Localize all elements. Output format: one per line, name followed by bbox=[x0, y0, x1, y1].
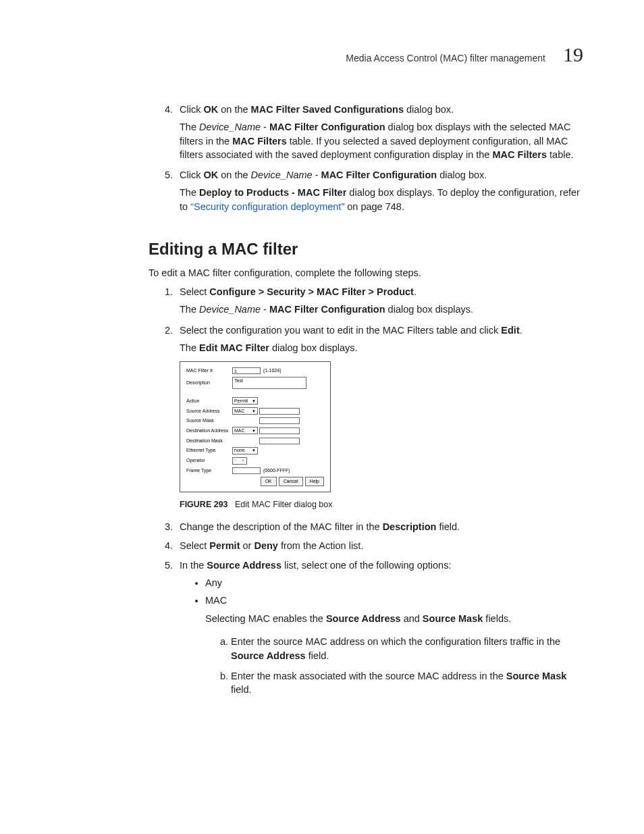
step-4-body: The Device_Name - MAC Filter Configurati… bbox=[180, 120, 583, 161]
substep-b: Enter the mask associated with the sourc… bbox=[231, 669, 583, 697]
step-5: Click OK on the Device_Name - MAC Filter… bbox=[176, 168, 583, 213]
ethernet-type-label: Ethernet Type bbox=[186, 446, 232, 456]
frame-type-hint: (0600-FFFF) bbox=[263, 468, 290, 473]
destination-mask-label: Destination Mask bbox=[186, 436, 232, 445]
destination-mask-input[interactable] bbox=[259, 438, 300, 444]
edit-step-5: In the Source Address list, select one o… bbox=[176, 558, 583, 697]
option-any: Any bbox=[205, 576, 583, 590]
description-label: Description bbox=[186, 375, 232, 390]
step-4: Click OK on the MAC Filter Saved Configu… bbox=[176, 103, 583, 161]
edit-step-2-body: The Edit MAC Filter dialog box displays. bbox=[180, 341, 583, 355]
source-address-options: Any MAC Selecting MAC enables the Source… bbox=[197, 576, 583, 697]
edit-step-1-body: The Device_Name - MAC Filter Configurati… bbox=[180, 303, 583, 316]
chevron-down-icon: ▼ bbox=[252, 409, 256, 413]
chevron-down-icon: ▼ bbox=[241, 459, 245, 463]
mac-substeps: Enter the source MAC address on which th… bbox=[223, 635, 583, 696]
mac-note: Selecting MAC enables the Source Address… bbox=[205, 612, 583, 625]
source-address-input[interactable] bbox=[259, 408, 300, 415]
section-intro: To edit a MAC filter configuration, comp… bbox=[149, 266, 583, 280]
chevron-down-icon: ▼ bbox=[252, 448, 256, 452]
mac-filter-num-label: MAC Filter # bbox=[186, 366, 232, 375]
destination-address-input[interactable] bbox=[259, 427, 300, 434]
frame-type-label: Frame Type bbox=[186, 466, 232, 475]
header-title: Media Access Control (MAC) filter manage… bbox=[346, 52, 545, 66]
edit-mac-filter-dialog: MAC Filter # 1(1-1024) Description Test … bbox=[180, 361, 331, 492]
help-button[interactable]: Help bbox=[305, 477, 324, 486]
chevron-down-icon: ▼ bbox=[252, 399, 256, 403]
operator-label: Operator bbox=[186, 456, 232, 466]
section-heading: Editing a MAC filter bbox=[149, 238, 583, 261]
edit-step-2: Select the configuration you want to edi… bbox=[176, 323, 583, 511]
source-address-label: Source Address bbox=[186, 406, 232, 416]
edit-step-4: Select Permit or Deny from the Action li… bbox=[176, 539, 583, 552]
figure-293: MAC Filter # 1(1-1024) Description Test … bbox=[180, 361, 583, 511]
mac-filter-num-hint: (1-1024) bbox=[263, 368, 281, 373]
description-input[interactable]: Test bbox=[232, 377, 306, 389]
step-5-body: The Deploy to Products - MAC Filter dial… bbox=[180, 186, 583, 213]
frame-type-input[interactable] bbox=[232, 467, 261, 474]
page-header: Media Access Control (MAC) filter manage… bbox=[61, 41, 583, 69]
source-address-select[interactable]: MAC▼ bbox=[232, 407, 258, 415]
page-number: 19 bbox=[563, 41, 583, 69]
destination-address-select[interactable]: MAC▼ bbox=[232, 427, 258, 434]
figure-caption: FIGURE 293 Edit MAC Filter dialog box bbox=[180, 499, 583, 511]
action-select[interactable]: Permit▼ bbox=[232, 397, 258, 405]
ethernet-type-select[interactable]: none▼ bbox=[232, 447, 258, 454]
edit-step-3: Change the description of the MAC filter… bbox=[176, 520, 583, 533]
action-label: Action bbox=[186, 396, 232, 406]
cancel-button[interactable]: Cancel bbox=[279, 477, 303, 486]
mac-filter-num-input[interactable]: 1 bbox=[232, 367, 261, 374]
xref-security-deployment[interactable]: “Security configuration deployment” bbox=[190, 201, 344, 212]
option-mac: MAC Selecting MAC enables the Source Add… bbox=[205, 594, 583, 696]
edit-step-1: Select Configure > Security > MAC Filter… bbox=[176, 285, 583, 317]
top-steps: Click OK on the MAC Filter Saved Configu… bbox=[61, 103, 583, 213]
source-mask-input[interactable] bbox=[259, 417, 300, 424]
chevron-down-icon: ▼ bbox=[252, 429, 256, 433]
ok-button[interactable]: OK bbox=[261, 477, 277, 486]
destination-address-label: Destination Address bbox=[186, 425, 232, 436]
operator-select[interactable]: =▼ bbox=[232, 457, 247, 465]
edit-steps: Select Configure > Security > MAC Filter… bbox=[61, 285, 583, 697]
substep-a: Enter the source MAC address on which th… bbox=[231, 635, 583, 662]
source-mask-label: Source Mask bbox=[186, 416, 232, 425]
